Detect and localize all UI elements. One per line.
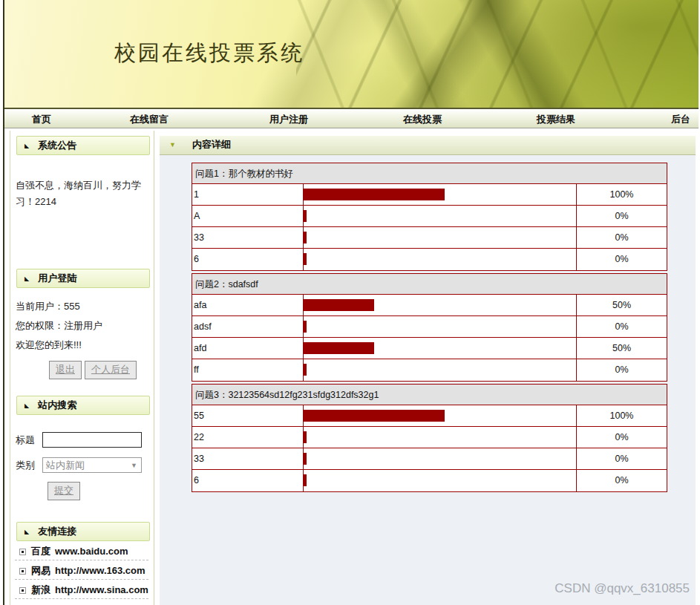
poll-option-row: 330% (192, 448, 667, 470)
nav-item-1[interactable]: 首页 (32, 113, 51, 126)
sidebar: ◣系统公告 自强不息，海纳百川，努力学习！2214 ◣用户登陆 当前用户：555… (10, 131, 154, 605)
poll-result-bar (304, 342, 374, 354)
poll-percent: 0% (577, 448, 667, 469)
search-header: ◣站内搜索 (16, 396, 150, 415)
poll-option-row: 1100% (192, 184, 667, 206)
poll-bar-cell (304, 206, 577, 226)
poll-percent: 50% (577, 338, 667, 359)
friend-link[interactable]: 新浪http://www.sina.com (15, 580, 148, 599)
collapse-triangle-icon: ◣ (24, 137, 29, 155)
poll-option-label: 1 (192, 184, 304, 205)
poll-result-bar (304, 299, 374, 311)
nav-item-4[interactable]: 在线投票 (403, 113, 442, 126)
poll-question: 问题1：那个教材的书好 (192, 163, 667, 184)
expand-triangle-icon: ▼ (169, 136, 176, 154)
poll-percent: 50% (577, 295, 667, 315)
poll-percent: 0% (577, 427, 667, 448)
personal-admin-button[interactable]: 个人后台 (85, 361, 137, 379)
poll-result-bar (304, 189, 445, 200)
announcement-text: 自强不息，海纳百川，努力学习！2214 (10, 155, 154, 210)
poll-option-row: 60% (192, 470, 667, 491)
banner: 校园在线投票系统 (4, 0, 699, 108)
poll-option-label: A (192, 206, 304, 226)
content-area: ◣系统公告 自强不息，海纳百川，努力学习！2214 ◣用户登陆 当前用户：555… (4, 131, 699, 605)
section-friend-links: ◣友情连接 百度www.baidu.com网易http://www.163.co… (10, 522, 154, 599)
poll-result-bar (304, 253, 307, 265)
link-url: www.baidu.com (55, 546, 128, 557)
poll-percent: 0% (577, 227, 667, 248)
content-detail-title: 内容详细 (192, 139, 231, 150)
poll-option-label: ff (192, 359, 304, 381)
friend-link[interactable]: 网易http://www.163.com (15, 560, 148, 580)
search-submit-button[interactable]: 提交 (48, 482, 80, 500)
poll-bar-cell (304, 316, 577, 337)
login-title: 用户登陆 (38, 272, 76, 284)
poll-option-row: adsf0% (192, 316, 667, 338)
poll-bar-cell (304, 227, 577, 248)
poll-bar-cell (304, 184, 577, 205)
poll-option-row: ff0% (192, 359, 667, 381)
poll-bar-cell (304, 448, 577, 469)
submit-row: 提交 (16, 482, 148, 498)
poll-option-row: 60% (192, 249, 667, 270)
poll-option-row: 220% (192, 427, 667, 448)
keyword-label: 标题 (16, 432, 42, 448)
poll-percent: 0% (577, 249, 667, 270)
login-body: 当前用户：555 您的权限：注册用户 欢迎您的到来!!! 退出个人后台 (10, 288, 154, 379)
logout-button[interactable]: 退出 (49, 361, 82, 379)
link-url: http://www.163.com (55, 565, 145, 576)
site-frame: 校园在线投票系统 首页在线留言用户注册在线投票投票结果后台 ◣系统公告 自强不息… (3, 0, 699, 605)
current-user-text: 当前用户：555 (16, 297, 148, 316)
poll-bar-cell (304, 359, 577, 381)
welcome-text: 欢迎您的到来!!! (16, 336, 148, 355)
poll-option-row: afd50% (192, 338, 667, 359)
category-select[interactable]: 站内新闻▼ (42, 457, 142, 473)
search-title: 站内搜索 (38, 399, 76, 411)
poll-option-label: 6 (192, 470, 304, 491)
nav-item-5[interactable]: 投票结果 (537, 113, 575, 126)
section-login: ◣用户登陆 当前用户：555 您的权限：注册用户 欢迎您的到来!!! 退出个人后… (10, 269, 154, 379)
poll-percent: 100% (577, 184, 667, 205)
poll-bar-cell (304, 249, 577, 270)
permission-text: 您的权限：注册用户 (16, 316, 148, 336)
poll-option-label: 22 (192, 427, 304, 448)
chevron-down-icon: ▼ (131, 459, 137, 473)
poll-percent: 0% (577, 206, 667, 226)
poll-question: 问题2：sdafsdf (192, 274, 667, 295)
announcement-title: 系统公告 (38, 140, 76, 151)
poll-result-bar (304, 364, 307, 376)
content-detail-header: ▼内容详细 (160, 136, 696, 155)
section-search: ◣站内搜索 标题 类别站内新闻▼ 提交 (10, 396, 154, 507)
poll-bar-cell (304, 470, 577, 491)
watermark-text: CSDN @qqvx_6310855 (555, 581, 690, 596)
nav-item-3[interactable]: 用户注册 (269, 113, 308, 126)
friend-links-title: 友情连接 (38, 526, 76, 537)
square-bullet-icon (19, 587, 26, 594)
poll-bar-cell (304, 338, 577, 359)
poll-option-row: 55100% (192, 405, 667, 427)
nav-item-6[interactable]: 后台 (671, 113, 690, 126)
friend-links-list: 百度www.baidu.com网易http://www.163.com新浪htt… (10, 541, 154, 599)
main-panel: ▼内容详细 问题1：那个教材的书好1100%A0%330%60%问题2：sdaf… (160, 136, 696, 605)
square-bullet-icon (19, 549, 26, 555)
poll-option-row: 330% (192, 227, 667, 249)
poll-result-bar (304, 321, 307, 333)
poll-result-bar (304, 210, 307, 222)
login-buttons: 退出个人后台 (49, 361, 148, 379)
poll-bar-cell (304, 405, 577, 426)
link-site-name: 百度 (31, 546, 50, 557)
poll-question: 问题3：32123564sd12fg231sfdg312dfs32g1 (192, 385, 667, 405)
poll-option-label: afa (192, 295, 304, 315)
nav-item-2[interactable]: 在线留言 (130, 113, 169, 126)
search-keyword-input[interactable] (42, 432, 142, 448)
poll-table: 问题1：那个教材的书好1100%A0%330%60% (192, 163, 667, 271)
poll-percent: 0% (577, 470, 667, 491)
poll-result-bar (304, 431, 307, 443)
nav-bar: 首页在线留言用户注册在线投票投票结果后台 (4, 108, 699, 128)
poll-percent: 0% (577, 316, 667, 337)
section-announcement: ◣系统公告 自强不息，海纳百川，努力学习！2214 (10, 136, 154, 210)
poll-percent: 0% (577, 359, 667, 381)
poll-percent: 100% (577, 405, 667, 426)
friend-link[interactable]: 百度www.baidu.com (15, 541, 148, 560)
collapse-triangle-icon: ◣ (24, 397, 29, 415)
